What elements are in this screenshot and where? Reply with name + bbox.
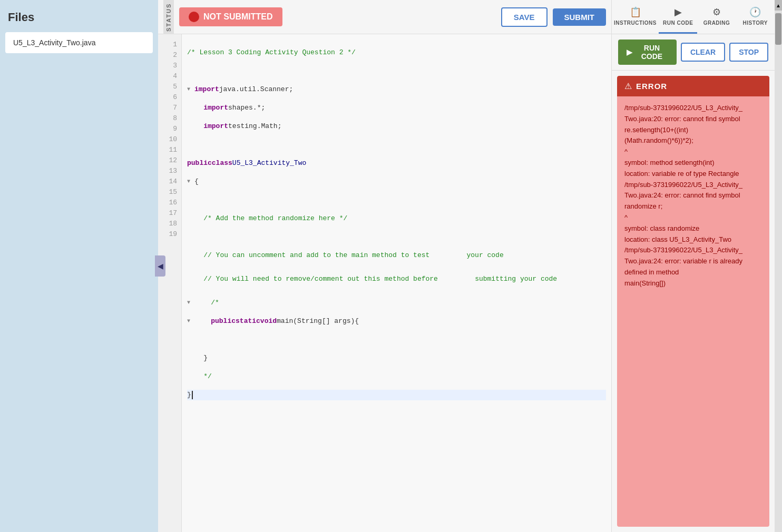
run-code-button[interactable]: ▶ RUN CODE xyxy=(618,40,677,65)
files-sidebar: Files U5_L3_Activity_Two.java xyxy=(0,0,158,532)
code-line-16 xyxy=(187,334,606,345)
line-num-3: 3 xyxy=(158,61,181,71)
run-play-icon: ▶ xyxy=(627,48,632,56)
grading-label: GRADING xyxy=(703,20,730,26)
code-editor[interactable]: 1 2 3 4 5 6 7 8 9 10 11 12 13 14 15 16 1… xyxy=(158,34,611,532)
clear-button[interactable]: CLEAR xyxy=(681,43,725,62)
code-line-1: /* Lesson 3 Coding Activity Question 2 *… xyxy=(187,47,606,58)
code-line-11 xyxy=(187,232,606,242)
submit-button[interactable]: SUBMIT xyxy=(553,8,607,26)
history-icon: 🕐 xyxy=(749,6,761,18)
code-line-14: ▼ /* xyxy=(187,298,606,308)
error-warning-icon: ⚠ xyxy=(624,81,632,91)
tab-instructions[interactable]: 📋 INSTRUCTIONS xyxy=(612,0,659,34)
editor-topbar: STATUS NOT SUBMITTED SAVE SUBMIT xyxy=(158,0,611,34)
code-line-3: ▼import java.util.Scanner; xyxy=(187,84,606,95)
tab-run-code[interactable]: ▶ RUN CODE xyxy=(659,0,697,34)
line-num-14: 14 xyxy=(158,176,181,187)
right-panel-tabs: 📋 INSTRUCTIONS ▶ RUN CODE ⚙ GRADING 🕐 HI… xyxy=(612,0,775,34)
right-panel-toolbar: ▶ RUN CODE CLEAR STOP xyxy=(612,34,775,71)
files-title: Files xyxy=(5,5,153,32)
line-num-11: 11 xyxy=(158,145,181,155)
code-line-12: // You can uncomment and add to the main… xyxy=(187,250,606,261)
line-num-8: 8 xyxy=(158,113,181,124)
code-content[interactable]: /* Lesson 3 Coding Activity Question 2 *… xyxy=(182,34,611,532)
line-num-16: 16 xyxy=(158,198,181,208)
code-line-6 xyxy=(187,140,606,150)
error-header-text: ERROR xyxy=(636,82,667,91)
not-submitted-badge: NOT SUBMITTED xyxy=(179,7,282,26)
line-num-2: 2 xyxy=(158,50,181,61)
code-line-10: /* Add the method randomize here */ xyxy=(187,213,606,224)
code-line-19: } xyxy=(187,390,606,400)
line-num-12: 12 xyxy=(158,155,181,166)
line-num-5: 5 xyxy=(158,82,181,92)
code-line-4: import shapes.*; xyxy=(187,103,606,113)
run-code-label: RUN CODE xyxy=(663,20,693,26)
code-line-18: */ xyxy=(187,371,606,382)
save-button[interactable]: SAVE xyxy=(501,7,548,27)
line-num-13: 13 xyxy=(158,166,181,176)
grading-icon: ⚙ xyxy=(712,6,721,18)
line-num-10: 10 xyxy=(158,134,181,145)
code-line-8: ▼{ xyxy=(187,176,606,187)
collapse-sidebar-button[interactable]: ◀ xyxy=(155,255,165,277)
scroll-thumb[interactable] xyxy=(775,13,781,45)
outer-scrollbar[interactable]: ▲ xyxy=(775,0,782,532)
status-circle-icon xyxy=(189,12,199,22)
right-panel: 📋 INSTRUCTIONS ▶ RUN CODE ⚙ GRADING 🕐 HI… xyxy=(611,0,775,532)
status-label: STATUS xyxy=(163,0,174,34)
instructions-label: INSTRUCTIONS xyxy=(614,20,657,26)
code-line-13: // You will need to remove/comment out t… xyxy=(187,269,606,290)
line-num-1: 1 xyxy=(158,40,181,50)
code-line-15: ▼ public static void main(String[] args)… xyxy=(187,316,606,327)
not-submitted-text: NOT SUBMITTED xyxy=(203,12,273,22)
instructions-icon: 📋 xyxy=(630,6,641,18)
stop-button[interactable]: STOP xyxy=(729,43,768,62)
history-label: HISTORY xyxy=(743,20,768,26)
tab-history[interactable]: 🕐 HISTORY xyxy=(736,0,775,34)
line-num-15: 15 xyxy=(158,187,181,198)
code-line-5: import testing.Math; xyxy=(187,121,606,132)
code-line-17: } xyxy=(187,353,606,363)
line-numbers: 1 2 3 4 5 6 7 8 9 10 11 12 13 14 15 16 1… xyxy=(158,34,182,532)
tab-grading[interactable]: ⚙ GRADING xyxy=(697,0,736,34)
line-num-19: 19 xyxy=(158,229,181,240)
run-code-icon: ▶ xyxy=(675,6,682,18)
line-num-7: 7 xyxy=(158,103,181,113)
scroll-up-button[interactable]: ▲ xyxy=(775,0,782,11)
line-num-4: 4 xyxy=(158,71,181,82)
line-num-17: 17 xyxy=(158,208,181,219)
line-num-6: 6 xyxy=(158,92,181,103)
line-num-9: 9 xyxy=(158,124,181,134)
error-header: ⚠ ERROR xyxy=(617,76,769,96)
editor-area: STATUS NOT SUBMITTED SAVE SUBMIT 1 2 3 4… xyxy=(158,0,611,532)
run-code-button-label: RUN CODE xyxy=(636,44,668,61)
line-num-18: 18 xyxy=(158,219,181,229)
code-line-2 xyxy=(187,66,606,76)
file-item[interactable]: U5_L3_Activity_Two.java xyxy=(5,32,153,53)
error-panel: ⚠ ERROR /tmp/sub-3731996022/U5_L3_Activi… xyxy=(617,76,769,527)
code-line-9 xyxy=(187,195,606,205)
code-line-7: public class U5_L3_Activity_Two xyxy=(187,158,606,169)
error-body: /tmp/sub-3731996022/U5_L3_Activity_Two.j… xyxy=(617,96,769,295)
